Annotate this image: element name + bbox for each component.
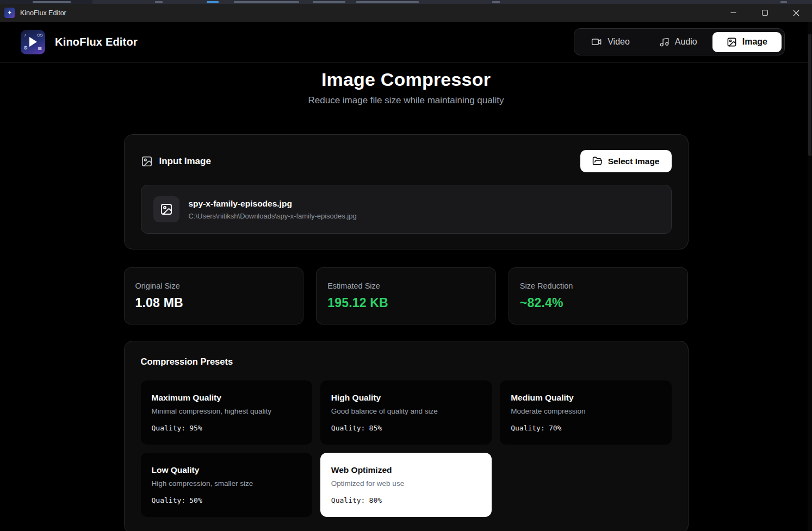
tab-audio[interactable]: Audio [645, 32, 711, 52]
scrollbar-track[interactable] [808, 22, 812, 531]
preset-description: High compression, smaller size [152, 479, 301, 488]
preset-name: Medium Quality [511, 393, 660, 403]
maximize-icon [762, 10, 768, 16]
page-subtitle: Reduce image file size while maintaining… [124, 95, 689, 106]
preset-web-optimized[interactable]: Web Optimized Optimized for web use Qual… [320, 453, 492, 517]
close-icon [793, 10, 799, 16]
stat-label: Size Reduction [520, 282, 677, 290]
mode-tab-group: Video Audio Image [574, 28, 785, 55]
background-window-fragment [780, 1, 787, 3]
close-button[interactable] [780, 4, 812, 22]
preset-name: Low Quality [152, 465, 301, 475]
scrollbar-thumb[interactable] [808, 34, 811, 156]
tab-audio-label: Audio [675, 37, 697, 47]
preset-high-quality[interactable]: High Quality Good balance of quality and… [320, 380, 492, 445]
preset-description: Minimal compression, highest quality [152, 407, 301, 415]
preset-quality: Quality:50% [152, 496, 301, 504]
image-icon [141, 155, 153, 167]
preset-quality: Quality:70% [511, 424, 660, 432]
file-name: spy-x-family-episodes.jpg [189, 199, 357, 209]
stat-card-size-reduction: Size Reduction ~82.4% [509, 267, 689, 324]
background-window-fragment [33, 1, 71, 3]
page-title: Image Compressor [124, 69, 689, 90]
logo-gear-glyph: ⚙ [23, 46, 28, 51]
preset-description: Moderate compression [511, 407, 660, 415]
minimize-icon [730, 10, 736, 16]
input-section-title: Input Image [159, 156, 211, 167]
app-icon: ✦ [4, 8, 15, 18]
brand-name: KinoFlux Editor [55, 36, 138, 48]
presets-section-title: Compression Presets [141, 357, 672, 367]
window-titlebar: ✦ KinoFlux Editor [0, 4, 812, 22]
preset-name: High Quality [331, 393, 481, 403]
presets-grid: Maximum Quality Minimal compression, hig… [141, 380, 672, 517]
background-window-fragment [492, 1, 500, 3]
preset-maximum-quality[interactable]: Maximum Quality Minimal compression, hig… [141, 380, 312, 445]
select-image-button[interactable]: Select Image [580, 150, 672, 172]
background-window-fragment [155, 1, 163, 3]
stat-value: 1.08 MB [135, 296, 293, 310]
video-camera-icon [591, 36, 602, 47]
background-window-fragment [207, 1, 219, 3]
select-image-label: Select Image [608, 157, 660, 166]
logo-grid-glyph: ▦ [38, 46, 42, 51]
selected-file-row: spy-x-family-episodes.jpg C:\Users\nitik… [141, 185, 672, 234]
stats-row: Original Size 1.08 MB Estimated Size 195… [124, 267, 689, 324]
app-header: ♪ ◇◇ ⚙ ▦ KinoFlux Editor Video Audio Ima… [0, 22, 812, 63]
background-window-fragment [313, 1, 345, 3]
app-logo-icon: ♪ ◇◇ ⚙ ▦ [21, 30, 45, 54]
minimize-button[interactable] [717, 4, 749, 22]
window-controls [717, 4, 812, 22]
stat-value: 195.12 KB [327, 296, 485, 310]
logo-diamonds-glyph: ◇◇ [37, 33, 42, 38]
tab-image-label: Image [742, 37, 767, 47]
window-title: KinoFlux Editor [20, 9, 66, 17]
file-icon-tile [153, 196, 179, 222]
preset-medium-quality[interactable]: Medium Quality Moderate compression Qual… [500, 380, 671, 445]
brand: ♪ ◇◇ ⚙ ▦ KinoFlux Editor [21, 30, 138, 54]
input-image-card: Input Image Select Image spy-x-family-ep… [124, 134, 689, 249]
file-path: C:\Users\nitiksh\Downloads\spy-x-family-… [189, 212, 357, 220]
tab-video[interactable]: Video [577, 32, 644, 52]
music-note-icon [659, 37, 670, 47]
background-window-sliver [0, 0, 812, 4]
maximize-button[interactable] [749, 4, 780, 22]
compression-presets-card: Compression Presets Maximum Quality Mini… [124, 341, 689, 531]
image-icon [727, 37, 737, 47]
stat-label: Original Size [135, 282, 293, 290]
preset-quality: Quality:85% [331, 424, 481, 432]
tab-video-label: Video [608, 37, 630, 47]
main-content: Image Compressor Reduce image file size … [124, 69, 689, 531]
tab-image[interactable]: Image [712, 32, 782, 52]
stat-label: Estimated Size [327, 282, 485, 290]
stat-card-estimated-size: Estimated Size 195.12 KB [316, 267, 496, 324]
preset-description: Optimized for web use [331, 479, 481, 488]
background-window-fragment [356, 1, 419, 3]
background-window-fragment [234, 1, 299, 3]
preset-quality: Quality:95% [152, 424, 301, 432]
preset-quality: Quality:80% [331, 496, 481, 504]
stat-value: ~82.4% [520, 296, 677, 310]
logo-play-icon [29, 37, 37, 47]
preset-name: Maximum Quality [152, 393, 301, 403]
stat-card-original-size: Original Size 1.08 MB [124, 267, 304, 324]
preset-description: Good balance of quality and size [331, 407, 481, 415]
logo-music-note-glyph: ♪ [24, 33, 26, 38]
preset-name: Web Optimized [331, 465, 481, 475]
image-icon [160, 203, 173, 216]
preset-low-quality[interactable]: Low Quality High compression, smaller si… [141, 453, 312, 517]
folder-open-icon [592, 156, 603, 166]
